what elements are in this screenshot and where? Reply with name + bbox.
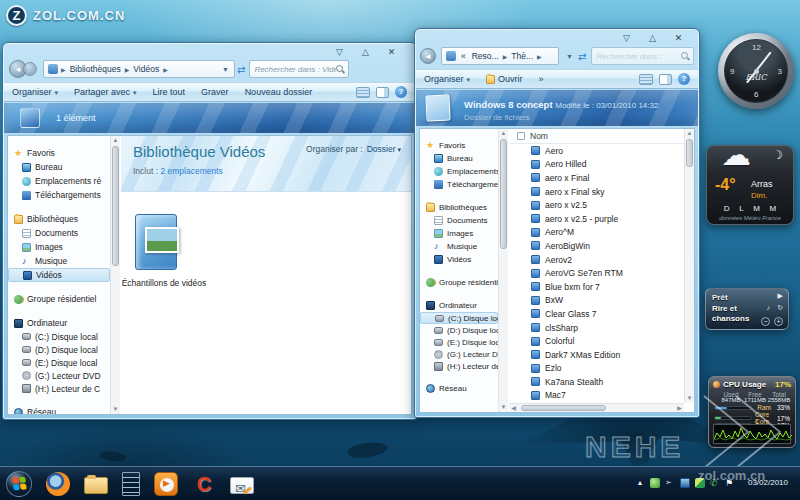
- preview-pane-icon[interactable]: [659, 74, 672, 85]
- file-row[interactable]: aero x Final: [509, 171, 694, 185]
- media-player-taskbar-icon[interactable]: [154, 472, 178, 496]
- sidebar-item-reseau[interactable]: Réseau: [8, 405, 110, 414]
- video-folder-label[interactable]: Échantillons de vidéos: [121, 278, 207, 289]
- sidebar-scrollbar[interactable]: ▲▼: [110, 136, 120, 414]
- sidebar-item-disque-e[interactable]: (E:) Disque local: [420, 336, 498, 348]
- back-button[interactable]: ◂: [420, 48, 436, 64]
- volume-down-button[interactable]: −: [761, 317, 770, 326]
- sidebar-item-bibliotheques[interactable]: Bibliothèques: [420, 201, 498, 214]
- sidebar-item-bibliotheques[interactable]: Bibliothèques: [8, 212, 110, 226]
- breadcrumb-item[interactable]: Reso...: [469, 51, 502, 61]
- sidebar-item-emplacements[interactable]: Emplacements ré: [8, 174, 110, 188]
- sidebar-item-bureau[interactable]: Bureau: [8, 160, 110, 174]
- show-hidden-icons[interactable]: [635, 478, 645, 488]
- includes-link[interactable]: 2 emplacements: [160, 166, 222, 176]
- close-button[interactable]: [670, 32, 687, 44]
- speaker-icon[interactable]: ♪: [767, 304, 771, 311]
- weather-gadget[interactable]: -4° Arras Dim. DLMM données Météo France: [706, 145, 794, 225]
- file-row[interactable]: Aero Hilled: [509, 158, 694, 172]
- file-row[interactable]: aero x v2.5 - purple: [509, 212, 694, 226]
- volume-up-button[interactable]: +: [774, 317, 783, 326]
- play-icon[interactable]: [778, 292, 783, 300]
- partager-menu[interactable]: Partager avec: [66, 87, 145, 97]
- arrange-by-dropdown[interactable]: Dossier: [367, 144, 401, 154]
- mail-taskbar-icon[interactable]: [230, 477, 254, 494]
- preview-pane-icon[interactable]: [376, 87, 389, 98]
- breadcrumb-item[interactable]: Thè...: [508, 51, 536, 61]
- file-row[interactable]: BxW: [509, 294, 694, 308]
- sidebar-item-favoris[interactable]: Favoris: [420, 139, 498, 152]
- file-row[interactable]: Clear Glass 7: [509, 307, 694, 321]
- sidebar-item-emplacements[interactable]: Emplacements ré: [420, 165, 498, 178]
- sidebar-item-lecteur-g[interactable]: (G:) Lecteur DVD: [8, 369, 110, 382]
- sidebar-item-documents[interactable]: Documents: [8, 226, 110, 240]
- sidebar-item-disque-c[interactable]: (C:) Disque local: [420, 312, 498, 324]
- breadcrumb-item[interactable]: Bibliothèques: [67, 64, 124, 74]
- file-row[interactable]: Aerov2: [509, 253, 694, 267]
- select-all-checkbox[interactable]: [517, 132, 525, 140]
- sidebar-item-videos[interactable]: Vidéos: [8, 268, 110, 282]
- search-box[interactable]: Rechercher dans : Vidéos: [249, 60, 349, 78]
- organiser-menu[interactable]: Organiser: [416, 74, 478, 84]
- sidebar-item-lecteur-h[interactable]: (H:) Lecteur de C: [420, 360, 498, 372]
- file-list-scrollbar[interactable]: ▲▼: [684, 129, 694, 403]
- sidebar-item-images[interactable]: Images: [8, 240, 110, 254]
- breadcrumb-dropdown-icon[interactable]: [563, 53, 576, 60]
- forward-button[interactable]: [23, 62, 37, 76]
- file-row[interactable]: Aero: [509, 144, 694, 158]
- views-icon[interactable]: [356, 87, 370, 98]
- nouveau-dossier-button[interactable]: Nouveau dossier: [237, 87, 321, 97]
- launcher-tray-icon[interactable]: [665, 478, 675, 488]
- refresh-icon[interactable]: [576, 51, 588, 62]
- clock-gadget[interactable]: 12 3 6 9 ERIC: [718, 33, 794, 109]
- organiser-menu[interactable]: Organiser: [4, 87, 66, 97]
- radio-gadget[interactable]: Prêt Rire et chansons ♪ ↻ − +: [705, 288, 789, 330]
- file-row[interactable]: Aero^M: [509, 226, 694, 240]
- maximize-button[interactable]: [644, 32, 661, 44]
- video-folder-icon[interactable]: [135, 214, 177, 270]
- file-row[interactable]: Blue bxm for 7: [509, 280, 694, 294]
- sidebar-item-lecteur-h[interactable]: (H:) Lecteur de C: [8, 382, 110, 395]
- breadcrumb-dropdown-icon[interactable]: [219, 66, 232, 73]
- file-row[interactable]: Ezlo: [509, 362, 694, 376]
- sidebar-item-bureau[interactable]: Bureau: [420, 152, 498, 165]
- lire-tout-button[interactable]: Lire tout: [145, 87, 194, 97]
- sidebar-item-musique[interactable]: Musique: [8, 254, 110, 268]
- sidebar-item-ordinateur[interactable]: Ordinateur: [420, 299, 498, 312]
- file-row[interactable]: Ka7ana Stealth: [509, 375, 694, 389]
- usb-tray-icon[interactable]: [650, 478, 660, 488]
- sidebar-item-telechargements[interactable]: Téléchargements: [420, 178, 498, 191]
- breadcrumb-overflow[interactable]: «: [458, 51, 469, 61]
- ouvrir-button[interactable]: Ouvrir: [478, 74, 531, 84]
- sidebar-item-favoris[interactable]: Favoris: [8, 146, 110, 160]
- ccleaner-taskbar-icon[interactable]: C: [192, 472, 216, 496]
- sidebar-item-telechargements[interactable]: Téléchargements: [8, 188, 110, 202]
- sidebar-item-images[interactable]: Images: [420, 227, 498, 240]
- maximize-button[interactable]: [357, 46, 374, 58]
- sidebar-item-reseau[interactable]: Réseau: [420, 382, 498, 395]
- sidebar-item-lecteur-g[interactable]: (G:) Lecteur DVD: [420, 348, 498, 360]
- file-row[interactable]: AeroBigWin: [509, 239, 694, 253]
- minimize-button[interactable]: [331, 46, 348, 58]
- sidebar-item-disque-c[interactable]: (C:) Disque local: [8, 330, 110, 343]
- sidebar-item-disque-d[interactable]: (D:) Disque local: [420, 324, 498, 336]
- help-icon[interactable]: ?: [395, 86, 407, 98]
- file-row[interactable]: AeroVG Se7en RTM: [509, 266, 694, 280]
- firefox-taskbar-icon[interactable]: [46, 472, 70, 496]
- help-icon[interactable]: ?: [678, 73, 690, 85]
- sidebar-item-videos[interactable]: Vidéos: [420, 253, 498, 266]
- sidebar-item-ordinateur[interactable]: Ordinateur: [8, 316, 110, 330]
- column-header[interactable]: Nom: [509, 129, 694, 144]
- refresh-icon[interactable]: ↻: [777, 304, 783, 312]
- sidebar-scrollbar[interactable]: ▲▼: [498, 129, 508, 412]
- sidebar-item-documents[interactable]: Documents: [420, 214, 498, 227]
- explorer-taskbar-icon[interactable]: [84, 477, 108, 494]
- display-tray-icon[interactable]: [680, 478, 690, 488]
- graver-button[interactable]: Graver: [193, 87, 237, 97]
- sidebar-item-groupe-residentiel[interactable]: Groupe résidentiel: [420, 276, 498, 289]
- sidebar-item-groupe-residentiel[interactable]: Groupe résidentiel: [8, 292, 110, 306]
- sidebar-item-disque-d[interactable]: (D:) Disque local: [8, 343, 110, 356]
- more-commands-button[interactable]: »: [531, 74, 552, 84]
- file-row[interactable]: Dark7 XMas Edition: [509, 348, 694, 362]
- start-button[interactable]: [6, 471, 32, 497]
